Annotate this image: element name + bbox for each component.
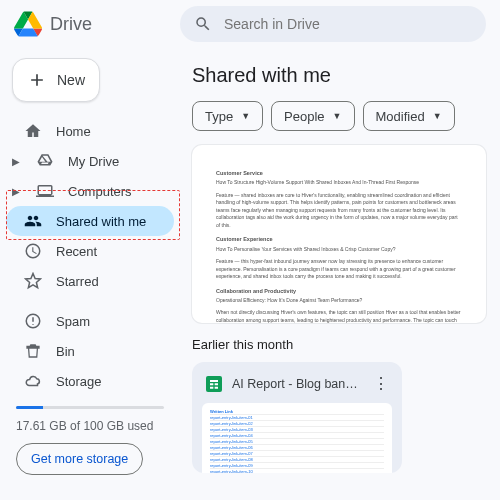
sidebar-item-label: Shared with me [56, 214, 146, 229]
new-button[interactable]: New [12, 58, 100, 102]
star-icon [24, 272, 42, 290]
chevron-down-icon: ▼ [333, 111, 342, 121]
sidebar-item-computers[interactable]: ▶ Computers [6, 176, 174, 206]
chevron-down-icon: ▼ [433, 111, 442, 121]
filter-chip-people[interactable]: People▼ [271, 101, 354, 131]
svg-rect-1 [206, 376, 222, 392]
sidebar-item-label: Computers [68, 184, 132, 199]
sidebar-item-label: Storage [56, 374, 102, 389]
spam-icon [24, 312, 42, 330]
section-header: Earlier this month [192, 337, 486, 352]
get-more-storage-button[interactable]: Get more storage [16, 443, 143, 475]
chevron-down-icon: ▼ [241, 111, 250, 121]
file-thumbnail: Written Link report-entry-link-item-01 r… [202, 403, 392, 473]
more-icon[interactable]: ⋮ [373, 374, 388, 393]
clock-icon [24, 242, 42, 260]
sidebar-item-label: Starred [56, 274, 99, 289]
file-name: AI Report - Blog banner [232, 377, 363, 391]
sidebar-item-shared[interactable]: Shared with me [6, 206, 174, 236]
chip-label: Modified [376, 109, 425, 124]
main-content: Shared with me Type▼ People▼ Modified▼ C… [180, 48, 500, 500]
cloud-icon [24, 372, 42, 390]
drive-outline-icon [36, 152, 54, 170]
search-input[interactable] [224, 16, 472, 32]
home-icon [24, 122, 42, 140]
plus-icon [27, 70, 47, 90]
chip-label: Type [205, 109, 233, 124]
new-button-label: New [57, 72, 85, 88]
brand-name: Drive [50, 14, 92, 35]
document-preview[interactable]: Customer Service How To Structure High-V… [192, 145, 486, 323]
trash-icon [24, 342, 42, 360]
chevron-right-icon: ▶ [12, 186, 22, 197]
search-bar[interactable] [180, 6, 486, 42]
computer-icon [36, 182, 54, 200]
sidebar-item-label: Recent [56, 244, 97, 259]
drive-icon [14, 11, 42, 37]
filter-chip-modified[interactable]: Modified▼ [363, 101, 455, 131]
people-icon [24, 212, 42, 230]
sidebar-item-mydrive[interactable]: ▶ My Drive [6, 146, 174, 176]
search-icon [194, 15, 212, 33]
page-title: Shared with me [192, 64, 486, 87]
storage-bar [16, 406, 164, 409]
sidebar-item-label: Bin [56, 344, 75, 359]
sidebar-item-bin[interactable]: Bin [6, 336, 174, 366]
sidebar-item-spam[interactable]: Spam [6, 306, 174, 336]
sidebar-item-storage[interactable]: Storage [6, 366, 174, 396]
sidebar-item-recent[interactable]: Recent [6, 236, 174, 266]
sidebar-item-label: Home [56, 124, 91, 139]
filter-chip-type[interactable]: Type▼ [192, 101, 263, 131]
chevron-right-icon: ▶ [12, 156, 22, 167]
sidebar: New Home ▶ My Drive ▶ Computers [0, 48, 180, 500]
file-card[interactable]: AI Report - Blog banner ⋮ Written Link r… [192, 362, 402, 473]
chip-label: People [284, 109, 324, 124]
storage-text: 17.61 GB of 100 GB used [16, 419, 164, 433]
sheets-icon [206, 376, 222, 392]
sidebar-item-label: Spam [56, 314, 90, 329]
drive-logo[interactable]: Drive [14, 11, 180, 37]
sidebar-item-home[interactable]: Home [6, 116, 174, 146]
sidebar-item-starred[interactable]: Starred [6, 266, 174, 296]
sidebar-item-label: My Drive [68, 154, 119, 169]
